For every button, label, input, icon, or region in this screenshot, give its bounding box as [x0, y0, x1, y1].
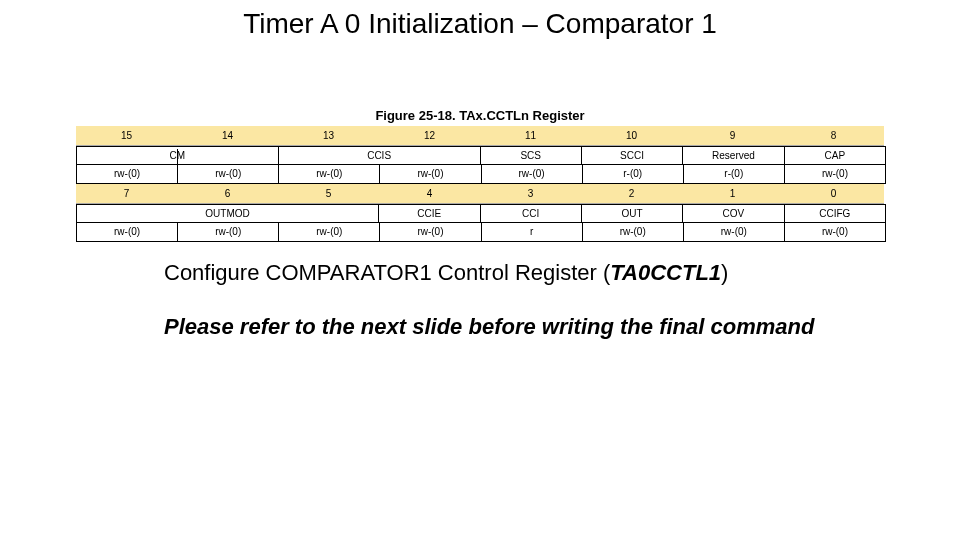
rw-row-low: rw-(0) rw-(0) rw-(0) rw-(0) r rw-(0) rw-… — [76, 223, 886, 242]
bit-number: 14 — [177, 126, 278, 146]
field-cell: CAP — [785, 147, 885, 164]
rw-cell: rw-(0) — [77, 223, 178, 241]
rw-cell: r-(0) — [684, 165, 785, 183]
configure-prefix: Configure COMPARATOR1 Control Register ( — [164, 260, 610, 285]
field-cell: SCS — [481, 147, 582, 164]
figure-caption: Figure 25-18. TAx.CCTLn Register — [0, 108, 960, 123]
bit-number-row-high: 15 14 13 12 11 10 9 8 — [76, 126, 884, 146]
field-cell: OUTMOD — [77, 205, 379, 222]
field-cell: CCIS — [279, 147, 481, 164]
field-row-high: CM CCIS SCS SCCI Reserved CAP — [76, 146, 886, 165]
register-table: 15 14 13 12 11 10 9 8 CM CCIS SCS SCCI R… — [76, 126, 884, 242]
bit-number: 1 — [682, 184, 783, 204]
slide-title: Timer A 0 Initialization – Comparator 1 — [0, 8, 960, 40]
field-row-low: OUTMOD CCIE CCI OUT COV CCIFG — [76, 204, 886, 223]
field-cell: CCIFG — [785, 205, 885, 222]
bit-number: 12 — [379, 126, 480, 146]
rw-cell: rw-(0) — [77, 165, 178, 183]
field-cell: OUT — [582, 205, 683, 222]
rw-cell: rw-(0) — [279, 223, 380, 241]
bit-number: 3 — [480, 184, 581, 204]
rw-cell: rw-(0) — [583, 223, 684, 241]
rw-cell: rw-(0) — [178, 165, 279, 183]
rw-cell: r-(0) — [583, 165, 684, 183]
rw-cell: rw-(0) — [380, 223, 481, 241]
rw-cell: rw-(0) — [684, 223, 785, 241]
rw-cell: rw-(0) — [785, 223, 885, 241]
bit-number: 5 — [278, 184, 379, 204]
bit-number: 11 — [480, 126, 581, 146]
rw-cell: rw-(0) — [482, 165, 583, 183]
slide: Timer A 0 Initialization – Comparator 1 … — [0, 0, 960, 540]
field-cell: SCCI — [582, 147, 683, 164]
rw-row-high: rw-(0) rw-(0) rw-(0) rw-(0) rw-(0) r-(0)… — [76, 165, 886, 184]
rw-cell: r — [482, 223, 583, 241]
bit-number: 8 — [783, 126, 884, 146]
configure-suffix: ) — [721, 260, 728, 285]
configure-text: Configure COMPARATOR1 Control Register (… — [164, 260, 728, 286]
field-cell: CCI — [481, 205, 582, 222]
bit-number: 10 — [581, 126, 682, 146]
field-cell: CM — [77, 147, 279, 164]
rw-cell: rw-(0) — [279, 165, 380, 183]
bit-number: 2 — [581, 184, 682, 204]
bit-number: 15 — [76, 126, 177, 146]
rw-cell: rw-(0) — [785, 165, 885, 183]
bit-number: 6 — [177, 184, 278, 204]
field-cell: COV — [683, 205, 784, 222]
field-cell: CCIE — [379, 205, 480, 222]
bit-number: 7 — [76, 184, 177, 204]
bit-number: 4 — [379, 184, 480, 204]
bit-number-row-low: 7 6 5 4 3 2 1 0 — [76, 184, 884, 204]
bit-number: 13 — [278, 126, 379, 146]
field-cell: Reserved — [683, 147, 784, 164]
register-name: TA0CCTL1 — [610, 260, 721, 285]
bit-number: 0 — [783, 184, 884, 204]
rw-cell: rw-(0) — [380, 165, 481, 183]
note-text: Please refer to the next slide before wr… — [164, 314, 814, 340]
bit-number: 9 — [682, 126, 783, 146]
rw-cell: rw-(0) — [178, 223, 279, 241]
